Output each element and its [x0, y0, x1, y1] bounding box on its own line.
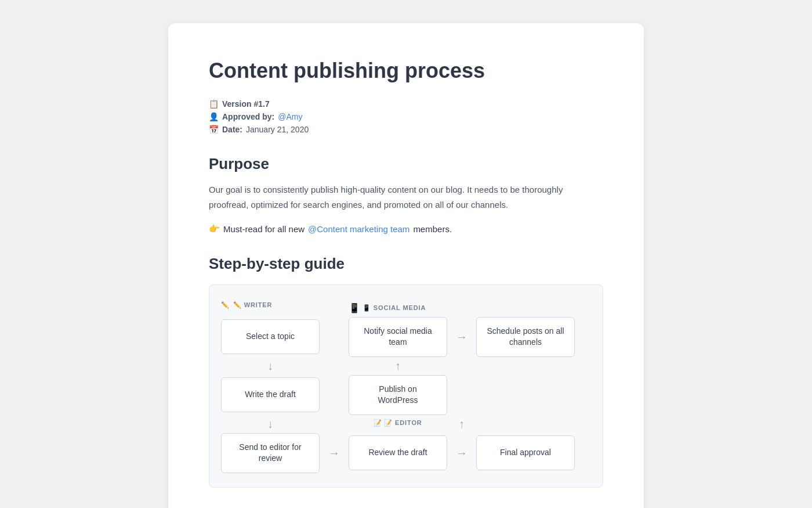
callout-line: 👉 Must-read for all new @Content marketi… — [209, 224, 603, 234]
callout-suffix: members. — [413, 224, 452, 234]
right-arrow-icon: → — [456, 330, 467, 344]
writer-lane-header: ✏️ ✏️ WRITER — [221, 301, 272, 309]
document-title: Content publishing process — [209, 58, 603, 83]
version-icon: 📋 — [209, 99, 219, 109]
callout-text: Must-read for all new — [223, 224, 304, 234]
date-value: January 21, 2020 — [246, 125, 309, 134]
purpose-heading: Purpose — [209, 155, 603, 173]
arrow-review-final: → — [456, 446, 467, 460]
right-arrow-icon-3: → — [456, 446, 467, 460]
schedule-posts-label: Schedule posts on all channels — [486, 326, 565, 348]
right-arrow-icon-2: → — [328, 446, 340, 460]
social-label: 📱 SOCIAL MEDIA — [362, 304, 426, 312]
select-topic-box: Select a topic — [221, 319, 320, 354]
up-arrow-icon-2: ↑ — [459, 417, 465, 431]
approved-label: Approved by: — [222, 112, 274, 121]
final-approval-box: Final approval — [476, 435, 575, 470]
editor-label-text: 📝 📝 EDITOR — [374, 419, 422, 427]
select-topic-label: Select a topic — [246, 331, 295, 343]
review-draft-label: Review the draft — [368, 447, 427, 459]
down-arrow-icon-2: ↓ — [267, 417, 273, 431]
write-draft-label: Write the draft — [245, 389, 296, 401]
page-card: Content publishing process 📋 Version #1.… — [168, 23, 644, 508]
arrow-notify-schedule: → — [456, 330, 467, 344]
editor-icon: 📝 — [374, 419, 382, 427]
editor-label-span: 📝 EDITOR — [384, 419, 422, 427]
final-approval-label: Final approval — [500, 447, 551, 459]
date-icon: 📅 — [209, 125, 219, 134]
send-editor-label: Send to editor for review — [231, 442, 310, 464]
writer-label: ✏️ WRITER — [233, 301, 272, 309]
version-line: 📋 Version #1.7 — [209, 99, 603, 109]
editor-lane-subheader: 📝 📝 EDITOR — [374, 419, 422, 429]
review-draft-box: Review the draft — [349, 435, 447, 470]
up-arrow-icon-1: ↑ — [395, 359, 401, 373]
approved-icon: 👤 — [209, 112, 219, 121]
notify-social-label: Notify social media team — [358, 326, 437, 348]
version-label: Version #1.7 — [222, 99, 270, 109]
guide-heading: Step-by-step guide — [209, 255, 603, 273]
arrow-write-send: ↓ — [267, 417, 273, 431]
notify-social-box: Notify social media team — [349, 317, 447, 357]
callout-team-link[interactable]: @Content marketing team — [308, 224, 409, 234]
write-draft-box: Write the draft — [221, 377, 320, 412]
date-line: 📅 Date: January 21, 2020 — [209, 125, 603, 134]
callout-icon: 👉 — [209, 224, 220, 234]
arrow-final-publish: ↑ — [459, 417, 465, 431]
approved-user-link[interactable]: @Amy — [278, 112, 302, 121]
purpose-body: Our goal is to consistently publish high… — [209, 182, 603, 212]
social-lane-header: 📱 📱 SOCIAL MEDIA — [349, 302, 426, 314]
approved-line: 👤 Approved by: @Amy — [209, 112, 603, 121]
arrow-publish-notify: ↑ — [395, 359, 401, 373]
date-label: Date: — [222, 125, 242, 134]
meta-block: 📋 Version #1.7 👤 Approved by: @Amy 📅 Dat… — [209, 99, 603, 134]
writer-icon: ✏️ — [221, 301, 230, 309]
schedule-posts-box: Schedule posts on all channels — [476, 317, 575, 357]
publish-wordpress-label: Publish on WordPress — [358, 384, 437, 406]
social-icon: 📱 — [349, 302, 360, 314]
arrow-send-review: → — [328, 446, 340, 460]
publish-wordpress-box: Publish on WordPress — [349, 375, 447, 415]
workflow-grid: ✏️ ✏️ WRITER 📱 📱 SOCIAL MEDIA Select a t… — [221, 299, 591, 473]
arrow-select-write: ↓ — [267, 359, 273, 373]
down-arrow-icon-1: ↓ — [267, 359, 273, 373]
workflow-diagram: ✏️ ✏️ WRITER 📱 📱 SOCIAL MEDIA Select a t… — [209, 284, 603, 488]
send-editor-box: Send to editor for review — [221, 433, 320, 473]
